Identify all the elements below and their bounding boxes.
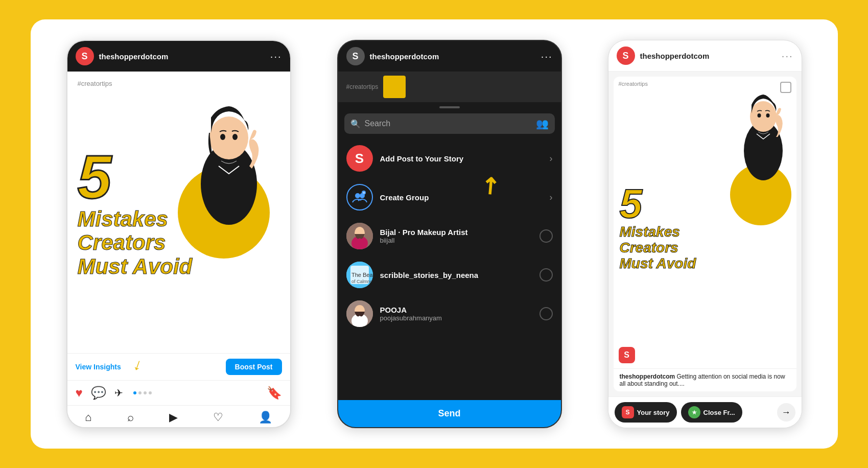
scribble-avatar: The Beauty of Calmness: [346, 262, 373, 288]
share-item-name-story: Add Post to Your Story: [380, 154, 543, 163]
profile-row-2: S theshopperdotcom: [346, 47, 439, 65]
post-content: #creatortips 5 Mistakes Creators Must Av…: [67, 72, 290, 353]
close-friends-button[interactable]: ★ Close Fr...: [681, 402, 742, 423]
hashtag-preview: #creatortips: [346, 83, 379, 90]
more-options-icon-3[interactable]: ···: [782, 50, 793, 62]
share-item-info-story: Add Post to Your Story: [380, 154, 543, 163]
dot-1: [133, 391, 136, 394]
dot-4: [149, 391, 152, 394]
girl-illustration: [178, 82, 280, 266]
phone3-header: S theshopperdotcom ···: [608, 40, 802, 72]
carousel-indicator: [133, 391, 152, 394]
phone1-instagram-post: S theshopperdotcom ··· #creatortips 5 Mi…: [66, 40, 291, 428]
share-item-story[interactable]: S Add Post to Your Story ›: [338, 139, 561, 178]
forward-arrow-button[interactable]: →: [777, 403, 795, 422]
phone1-header: S theshopperdotcom ···: [67, 41, 290, 72]
phone3-caption: theshopperdotcom Getting attention on so…: [614, 368, 796, 391]
add-friends-icon[interactable]: 👥: [536, 118, 549, 130]
share-item-info-pooja: POOJA poojasubrahmanyam: [380, 306, 532, 322]
share-item-name-bijal: Bijal · Pro Makeup Artist: [380, 228, 532, 237]
more-options-icon[interactable]: ···: [270, 51, 282, 62]
share-item-pooja[interactable]: POOJA poojasubrahmanyam: [338, 294, 561, 333]
hashtag-3: #creatortips: [619, 81, 648, 87]
username-label: theshopperdotcom: [99, 52, 169, 61]
radio-bijal[interactable]: [539, 229, 553, 243]
svg-point-4: [355, 193, 360, 198]
close-friends-label: Close Fr...: [703, 409, 735, 416]
share-icon[interactable]: ✈: [114, 387, 123, 399]
send-button[interactable]: Send: [338, 400, 561, 427]
line3: Must Avoid: [78, 255, 193, 278]
close-friends-icon: ★: [688, 406, 700, 418]
share-item-info-bijal: Bijal · Pro Makeup Artist biijall: [380, 228, 532, 244]
search-bar[interactable]: 🔍 Search 👥: [344, 113, 555, 134]
svg-point-20: [757, 113, 761, 118]
svg-point-21: [766, 113, 769, 118]
svg-point-19: [750, 101, 777, 132]
phone1-actions: View Insights Boost Post ♥ 💬 ✈ 🔖 ↓ ⌂: [67, 353, 290, 427]
svg-point-3: [232, 134, 238, 140]
your-story-button[interactable]: S Your story: [615, 402, 677, 423]
svg-text:The Beauty: The Beauty: [351, 272, 373, 278]
line3-3: Must Avoid: [620, 256, 696, 272]
svg-text:+: +: [363, 191, 365, 195]
post-illustration: 5 Mistakes Creators Must Avoid: [78, 82, 280, 343]
phone2-share-sheet: S theshopperdotcom ··· #creatortips 🔍 Se…: [337, 40, 562, 428]
line2-3: Creators: [620, 240, 696, 256]
share-list: S Add Post to Your Story ›: [338, 139, 561, 400]
your-story-label: Your story: [637, 409, 670, 416]
svg-point-2: [220, 134, 225, 140]
username-label-2: theshopperdotcom: [370, 52, 439, 61]
search-input[interactable]: Search: [365, 119, 528, 128]
like-icon[interactable]: ♥: [76, 386, 83, 400]
share-item-sub-pooja: poojasubrahmanyam: [380, 314, 532, 322]
avatar-3: S: [617, 46, 635, 65]
share-item-info-group: Create Group: [380, 193, 543, 202]
share-item-bijal[interactable]: Bijal · Pro Makeup Artist biijall: [338, 217, 561, 255]
sheet-handle: [439, 106, 460, 108]
share-item-group[interactable]: + Create Group ›: [338, 178, 561, 217]
outer-container: S theshopperdotcom ··· #creatortips 5 Mi…: [31, 19, 838, 449]
big-number-3: 5: [620, 183, 696, 224]
share-item-name-group: Create Group: [380, 193, 543, 202]
pooja-avatar: [346, 300, 373, 327]
search-icon: 🔍: [350, 119, 361, 129]
s-badge-3: S: [619, 347, 635, 363]
likes-nav-icon[interactable]: ♡: [213, 411, 223, 424]
boost-post-button[interactable]: Boost Post: [226, 359, 282, 375]
profile-row: S theshopperdotcom: [76, 47, 169, 65]
radio-pooja[interactable]: [539, 307, 553, 320]
reels-nav-icon[interactable]: ▶: [169, 411, 178, 424]
view-insights-button[interactable]: View Insights: [76, 363, 121, 371]
phone3-share-bar: S Your story ★ Close Fr... →: [608, 396, 802, 428]
bijal-avatar: [346, 223, 373, 249]
phone2-header: S theshopperdotcom ···: [338, 41, 561, 72]
radio-scribble[interactable]: [539, 268, 553, 282]
more-options-icon-2[interactable]: ···: [541, 51, 553, 62]
phone3-story-share: S theshopperdotcom ··· #creatortips 5 Mi…: [608, 40, 802, 428]
bookmark-icon[interactable]: 🔖: [267, 386, 282, 400]
share-item-scribble[interactable]: The Beauty of Calmness scribble_stories_…: [338, 255, 561, 294]
avatar: S: [76, 47, 94, 65]
svg-point-1: [209, 116, 248, 159]
line1: Mistakes: [78, 207, 193, 231]
search-nav-icon[interactable]: ⌕: [127, 411, 134, 424]
share-item-name-pooja: POOJA: [380, 306, 532, 314]
insights-bar: View Insights Boost Post: [67, 354, 290, 381]
profile-nav-icon[interactable]: 👤: [259, 411, 272, 424]
chevron-right-icon-2: ›: [550, 192, 553, 203]
share-item-name-scribble: scribble_stories_by_neena: [380, 271, 532, 279]
line1-3: Mistakes: [620, 224, 696, 240]
dot-2: [138, 391, 142, 394]
chevron-right-icon: ›: [550, 153, 553, 164]
girl-illustration-3: [730, 77, 796, 209]
forward-arrow-icon: →: [782, 407, 791, 418]
group-avatar: +: [346, 184, 373, 210]
phone3-post: #creatortips 5 Mistakes Creators Must Av…: [614, 77, 796, 391]
comment-icon[interactable]: 💬: [91, 386, 106, 400]
bottom-nav-bar: ⌂ ⌕ ▶ ♡ 👤: [67, 405, 290, 427]
svg-text:of Calmness: of Calmness: [351, 279, 373, 284]
home-nav-icon[interactable]: ⌂: [85, 411, 91, 424]
phone2-wrapper: S theshopperdotcom ··· #creatortips 🔍 Se…: [337, 40, 562, 428]
username-label-3: theshopperdotcom: [640, 52, 710, 60]
